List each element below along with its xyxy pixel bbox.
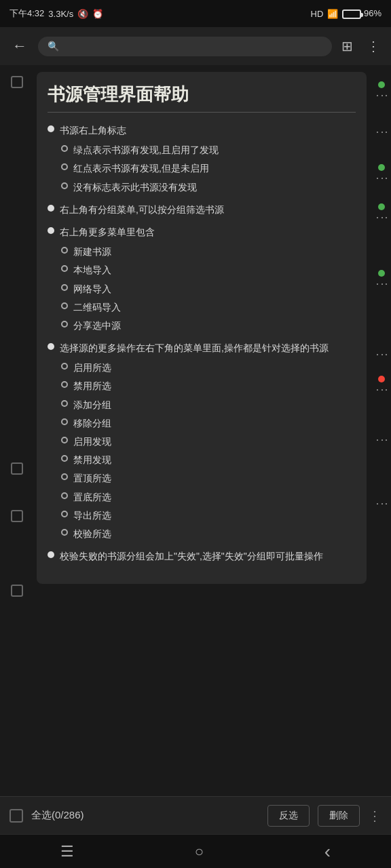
bullet-filled-1 bbox=[48, 125, 54, 132]
more-menu-icon[interactable]: ⋮ bbox=[362, 35, 384, 57]
sub-4-4: 移除分组 bbox=[73, 415, 111, 432]
right-slot-9: ⋮ bbox=[372, 496, 391, 513]
sub-bullet-4-5 bbox=[61, 437, 68, 443]
right-slot-8: ⋮ bbox=[372, 433, 391, 449]
sub-bullet-4-1 bbox=[61, 363, 68, 370]
checkbox-4[interactable] bbox=[11, 585, 23, 597]
sub-bullet-1-1 bbox=[61, 145, 68, 152]
sub-bullet-1-2 bbox=[61, 163, 68, 170]
sub-bullet-4-6 bbox=[61, 455, 68, 462]
checkbox-2[interactable] bbox=[11, 462, 23, 475]
empty-row-1 bbox=[37, 591, 367, 645]
status-bar: 下午4:32 3.3K/s 🔇 ⏰ HD 📶 96% bbox=[0, 0, 391, 27]
status-right: HD 📶 96% bbox=[311, 8, 381, 19]
invert-button[interactable]: 反选 bbox=[267, 805, 310, 827]
section-3: 右上角更多菜单里包含 新建书源 本地导入 网络导入 bbox=[48, 224, 356, 334]
section-3-text: 右上角更多菜单里包含 bbox=[60, 224, 155, 241]
sub-bullet-1-3 bbox=[61, 182, 68, 189]
three-dots-9[interactable]: ⋮ bbox=[375, 499, 388, 510]
sub-3-5: 分享选中源 bbox=[73, 317, 121, 334]
nav-back-icon[interactable]: ‹ bbox=[311, 835, 344, 868]
sub-bullet-4-4 bbox=[61, 418, 68, 425]
bottom-more-icon[interactable]: ⋮ bbox=[368, 808, 381, 824]
select-all-checkbox[interactable] bbox=[10, 809, 23, 823]
three-dots-4[interactable]: ⋮ bbox=[375, 213, 388, 224]
sub-bullet-3-4 bbox=[61, 302, 68, 309]
sub-bullet-3-2 bbox=[61, 265, 68, 272]
bottom-bar: 全选(0/286) 反选 删除 ⋮ bbox=[0, 796, 391, 834]
status-dot-red-1 bbox=[378, 376, 385, 382]
select-all-label: 全选(0/286) bbox=[31, 809, 259, 822]
sub-4-10: 校验所选 bbox=[73, 526, 111, 542]
main-content: 书源管理界面帮助 书源右上角标志 绿点表示书源有发现,且启用了发现 红点表示书源… bbox=[0, 65, 391, 787]
status-left: 下午4:32 3.3K/s 🔇 ⏰ bbox=[10, 7, 103, 20]
section-2: 右上角有分组菜单,可以按分组筛选书源 bbox=[48, 201, 356, 218]
checkbox-3[interactable] bbox=[11, 510, 23, 522]
sub-1-1: 绿点表示书源有发现,且启用了发现 bbox=[73, 142, 219, 159]
nav-home-icon[interactable]: ○ bbox=[181, 837, 217, 866]
three-dots-8[interactable]: ⋮ bbox=[375, 435, 388, 446]
section-5: 校验失败的书源分组会加上"失效",选择"失效"分组即可批量操作 bbox=[48, 548, 356, 565]
sub-4-5: 启用发现 bbox=[73, 433, 111, 450]
search-bar[interactable]: 🔍 bbox=[38, 37, 332, 56]
section-1-text: 书源右上角标志 bbox=[60, 122, 126, 139]
sub-bullet-3-5 bbox=[61, 321, 68, 328]
checkbox-row-2 bbox=[0, 458, 34, 479]
section-2-text: 右上角有分组菜单,可以按分组筛选书源 bbox=[60, 201, 224, 218]
three-dots-2[interactable]: ⋮ bbox=[375, 127, 388, 138]
status-alarm-icon: ⏰ bbox=[92, 9, 103, 19]
three-dots-6[interactable]: ⋮ bbox=[375, 350, 388, 361]
back-button[interactable]: ← bbox=[7, 35, 33, 58]
right-slot-1: ⋮ bbox=[372, 79, 391, 104]
three-dots-3[interactable]: ⋮ bbox=[375, 174, 388, 184]
help-card: 书源管理界面帮助 书源右上角标志 绿点表示书源有发现,且启用了发现 红点表示书源… bbox=[37, 72, 367, 584]
checkbox-row-4 bbox=[0, 580, 34, 601]
right-slot-3: ⋮ bbox=[372, 161, 391, 187]
three-dots-7[interactable]: ⋮ bbox=[375, 385, 388, 396]
section-4: 选择源的更多操作在右下角的菜单里面,操作都是针对选择的书源 启用所选 禁用所选 … bbox=[48, 340, 356, 542]
sub-bullet-4-2 bbox=[61, 381, 68, 388]
status-time: 下午4:32 bbox=[10, 7, 44, 20]
bullet-filled-4 bbox=[48, 343, 54, 350]
right-slot-5: ⋮ bbox=[372, 267, 391, 293]
layout-icon[interactable]: ⊞ bbox=[337, 35, 357, 57]
sub-4-6: 禁用发现 bbox=[73, 452, 111, 469]
sub-bullet-4-8 bbox=[61, 492, 68, 499]
nav-menu-icon[interactable]: ☰ bbox=[47, 837, 88, 866]
checkbox-row-1 bbox=[0, 72, 34, 92]
center-content: 书源管理界面帮助 书源右上角标志 绿点表示书源有发现,且启用了发现 红点表示书源… bbox=[34, 65, 372, 787]
status-wifi-icon: 📶 bbox=[327, 9, 338, 19]
right-column: ⋮ ⋮ ⋮ ⋮ ⋮ ⋮ ⋮ ⋮ bbox=[372, 65, 391, 787]
three-dots-5[interactable]: ⋮ bbox=[375, 279, 388, 290]
status-dot-green-3 bbox=[378, 203, 385, 210]
right-slot-2: ⋮ bbox=[372, 125, 391, 141]
section-4-text: 选择源的更多操作在右下角的菜单里面,操作都是针对选择的书源 bbox=[60, 340, 329, 357]
section-5-text: 校验失败的书源分组会加上"失效",选择"失效"分组即可批量操作 bbox=[60, 548, 323, 565]
delete-button[interactable]: 删除 bbox=[318, 805, 360, 827]
sub-bullet-3-1 bbox=[61, 247, 68, 254]
sub-4-8: 置底所选 bbox=[73, 489, 111, 506]
status-dot-green-1 bbox=[378, 81, 385, 88]
sub-4-2: 禁用所选 bbox=[73, 378, 111, 395]
status-dot-green-4 bbox=[378, 270, 385, 277]
checkbox-1[interactable] bbox=[11, 76, 23, 88]
sub-bullet-3-3 bbox=[61, 284, 68, 291]
bullet-filled-2 bbox=[48, 205, 54, 212]
right-slot-7: ⋮ bbox=[372, 373, 391, 399]
three-dots-1[interactable]: ⋮ bbox=[375, 91, 388, 102]
status-network: 3.3K/s bbox=[48, 9, 73, 19]
help-title: 书源管理界面帮助 bbox=[48, 83, 356, 113]
search-input[interactable] bbox=[64, 41, 322, 52]
nav-bar: ☰ ○ ‹ bbox=[0, 834, 391, 868]
right-slot-6: ⋮ bbox=[372, 347, 391, 363]
sub-4-1: 启用所选 bbox=[73, 359, 111, 376]
sub-bullet-4-7 bbox=[61, 473, 68, 480]
empty-row-2 bbox=[37, 645, 367, 699]
search-icon: 🔍 bbox=[48, 41, 59, 52]
left-checkboxes bbox=[0, 65, 34, 787]
sub-3-2: 本地导入 bbox=[73, 262, 111, 279]
battery-indicator: 96% bbox=[342, 8, 381, 19]
bullet-filled-3 bbox=[48, 227, 54, 234]
status-signal: HD bbox=[311, 9, 324, 19]
sub-bullet-4-3 bbox=[61, 400, 68, 407]
